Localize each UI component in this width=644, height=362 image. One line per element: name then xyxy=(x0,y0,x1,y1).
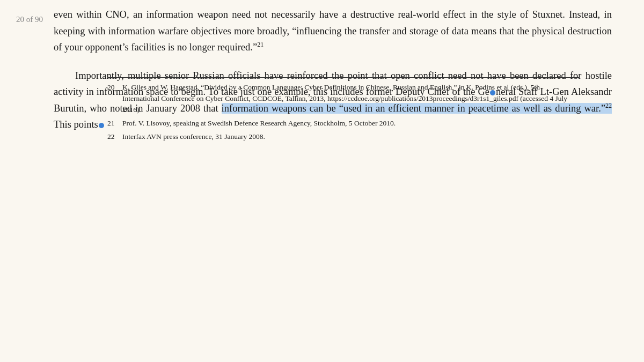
paragraph-1: even within CNO, an information weapon n… xyxy=(54,6,612,56)
content-area: even within CNO, an information weapon n… xyxy=(54,0,612,145)
footnote-text-20: K. Giles and W. Hagestad, “Divided by a … xyxy=(122,82,577,116)
footnote-section: 20K. Giles and W. Hagestad, “Divided by … xyxy=(107,77,580,145)
footnote-num-21: 21 xyxy=(107,118,122,129)
footnote-22: 22Interfax AVN press conference, 31 Janu… xyxy=(107,131,580,143)
footnote-num-20: 20 xyxy=(107,82,122,93)
footnote-21: 21Prof. V. Lisovoy, speaking at Swedish … xyxy=(107,118,580,129)
dot-marker-2 xyxy=(99,123,104,128)
footnote-ref-22: 22 xyxy=(605,101,612,109)
page-container: 20 of 90 even within CNO, an information… xyxy=(0,0,644,362)
footnote-20: 20K. Giles and W. Hagestad, “Divided by … xyxy=(107,82,580,116)
footnote-text-21: Prof. V. Lisovoy, speaking at Swedish De… xyxy=(122,118,577,129)
footnote-text-22: Interfax AVN press conference, 31 Januar… xyxy=(122,131,577,143)
footnote-num-22: 22 xyxy=(107,131,122,143)
page-number: 20 of 90 xyxy=(16,15,43,24)
footnote-ref-21: 21 xyxy=(257,41,264,48)
